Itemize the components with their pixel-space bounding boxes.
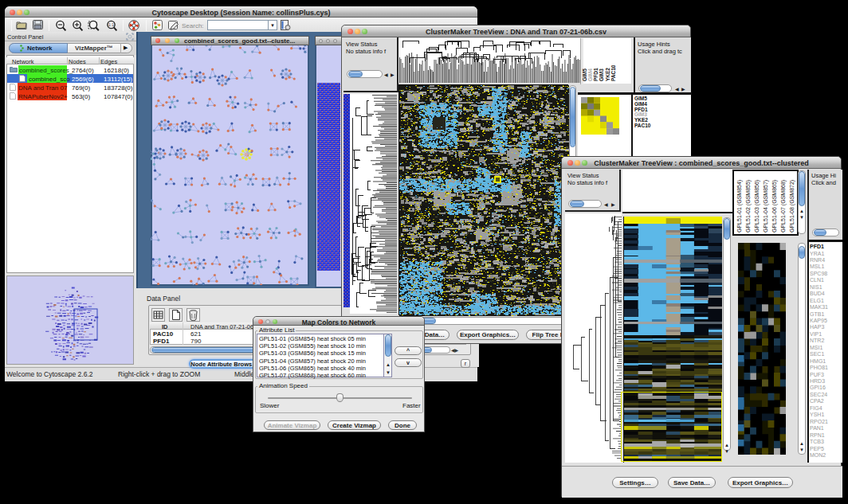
svg-text:1:1: 1:1 <box>108 22 114 27</box>
